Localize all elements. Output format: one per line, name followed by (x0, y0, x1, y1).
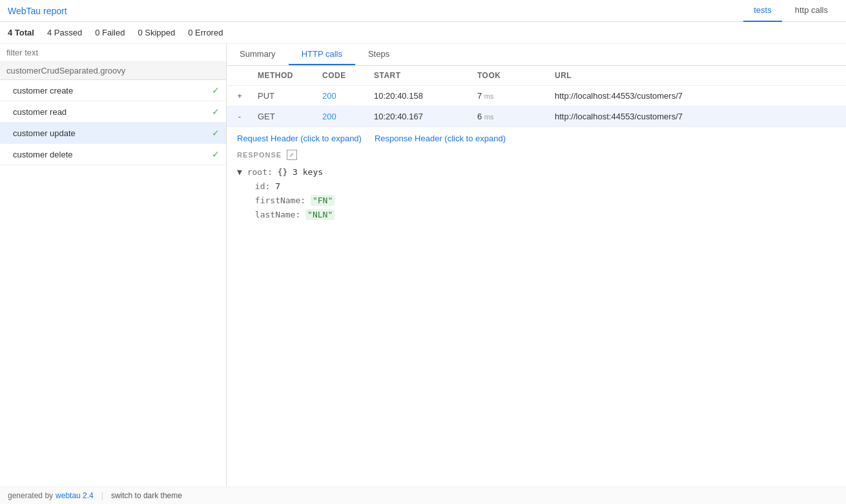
json-firstname-value: "FN" (311, 195, 335, 206)
filter-input[interactable] (0, 44, 226, 62)
sidebar-item-customer-read[interactable]: customer read ✓ (0, 101, 226, 123)
json-root-row: ▼ root: {} 3 keys (237, 165, 836, 179)
json-lastname-key: lastName: (255, 210, 300, 219)
stats-bar: 4 Total 4 Passed 0 Failed 0 Skipped 0 Er… (0, 22, 846, 44)
http-row-put[interactable]: + PUT 200 10:20:40.158 7 ms http://local… (227, 86, 846, 106)
http-row-get[interactable]: - GET 200 10:20:40.167 6 ms http://local… (227, 106, 846, 127)
row-code: 200 (317, 106, 369, 126)
top-bar-tabs: tests http calls (743, 0, 838, 22)
stat-failed: 0 Failed (95, 28, 125, 37)
json-firstname-row: firstName: "FN" (237, 194, 836, 208)
tab-summary[interactable]: Summary (227, 44, 289, 65)
row-method: PUT (253, 86, 317, 106)
sidebar-item-customer-delete[interactable]: customer delete ✓ (0, 144, 226, 165)
row-took: 6 ms (472, 106, 550, 126)
check-icon: ✓ (212, 128, 220, 138)
stat-errored: 0 Errored (188, 28, 223, 37)
json-root-key: root: (247, 167, 273, 177)
http-table-header: METHOD CODE START TOOK URL (227, 66, 846, 86)
sidebar-item-label: customer read (13, 107, 67, 117)
tree-toggle[interactable]: ▼ (237, 167, 242, 177)
tab-http-calls-top[interactable]: http calls (785, 0, 838, 22)
row-method: GET (253, 106, 317, 126)
stat-total: 4 Total (8, 28, 34, 37)
row-symbol: + (227, 86, 253, 106)
row-start: 10:20:40.158 (369, 86, 472, 106)
footer: generated by webtau 2.4 | switch to dark… (0, 487, 846, 504)
row-start: 10:20:40.167 (369, 106, 472, 126)
response-header-link[interactable]: Response Header (click to expand) (375, 134, 506, 143)
json-id-row: id: 7 (237, 179, 836, 194)
footer-switch-theme[interactable]: switch to dark theme (111, 491, 182, 500)
response-section: RESPONSE ⤢ ▼ root: {} 3 keys id: 7 (237, 150, 836, 222)
col-header-url: URL (550, 71, 846, 80)
json-tree: ▼ root: {} 3 keys id: 7 firstName: "FN" (237, 165, 836, 222)
right-panel: Summary HTTP calls Steps METHOD CODE STA… (227, 44, 846, 487)
request-header-link[interactable]: Request Header (click to expand) (237, 134, 362, 143)
json-root-keys: 3 keys (293, 167, 323, 177)
detail-section: Request Header (click to expand) Respons… (227, 127, 846, 487)
sidebar-file: customerCrudSeparated.groovy (0, 62, 226, 80)
app-title: WebTau report (8, 6, 67, 16)
row-code: 200 (317, 86, 369, 106)
stat-passed: 4 Passed (47, 28, 82, 37)
json-lastname-row: lastName: "NLN" (237, 208, 836, 222)
json-id-value: 7 (275, 181, 280, 191)
check-icon: ✓ (212, 149, 220, 159)
detail-header-row: Request Header (click to expand) Respons… (237, 134, 836, 143)
sidebar: customerCrudSeparated.groovy customer cr… (0, 44, 227, 487)
sidebar-item-label: customer delete (13, 150, 73, 159)
col-header-start: START (369, 71, 472, 80)
tab-tests[interactable]: tests (743, 0, 781, 22)
check-icon: ✓ (212, 106, 220, 117)
col-header-code: CODE (317, 71, 369, 80)
json-id-key: id: (255, 181, 270, 191)
panel-tabs: Summary HTTP calls Steps (227, 44, 846, 66)
check-icon: ✓ (212, 85, 220, 96)
json-root-type: {} (278, 167, 293, 177)
col-header-method: METHOD (253, 71, 317, 80)
col-header-symbol (227, 71, 253, 80)
row-url: http://localhost:44553/customers/7 (550, 106, 846, 126)
row-url: http://localhost:44553/customers/7 (550, 86, 846, 106)
sidebar-item-label: customer create (13, 86, 73, 96)
sidebar-item-customer-update[interactable]: customer update ✓ (0, 123, 226, 144)
top-bar: WebTau report tests http calls (0, 0, 846, 22)
sidebar-item-label: customer update (13, 128, 76, 138)
row-symbol: - (227, 106, 253, 126)
tab-http-calls[interactable]: HTTP calls (289, 44, 355, 65)
json-firstname-key: firstName: (255, 196, 305, 205)
json-lastname-value: "NLN" (305, 209, 335, 220)
sidebar-item-customer-create[interactable]: customer create ✓ (0, 80, 226, 101)
footer-webtau-link[interactable]: webtau 2.4 (56, 491, 94, 500)
footer-generated-by: generated by (8, 491, 53, 500)
col-header-took: TOOK (472, 71, 550, 80)
row-took: 7 ms (472, 86, 550, 106)
tab-steps[interactable]: Steps (355, 44, 402, 65)
response-label: RESPONSE ⤢ (237, 150, 836, 160)
expand-icon[interactable]: ⤢ (287, 150, 297, 160)
main-content: customerCrudSeparated.groovy customer cr… (0, 44, 846, 487)
stat-skipped: 0 Skipped (138, 28, 175, 37)
